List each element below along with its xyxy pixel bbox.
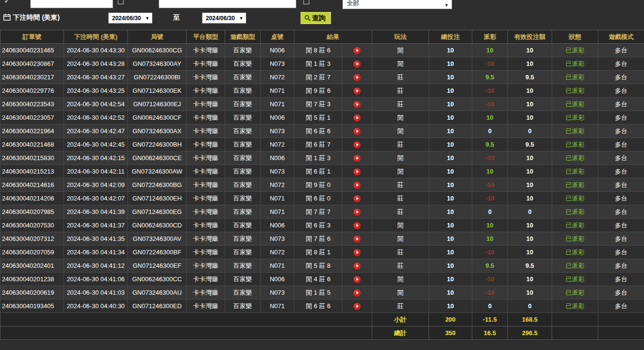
total-bet-cell: 10 [429, 138, 472, 151]
round-number-cell: GN071246300EJ [128, 98, 187, 111]
replay-play-icon[interactable] [354, 303, 361, 310]
table-number-cell: N072 [261, 138, 294, 151]
replay-play-icon[interactable] [354, 209, 361, 216]
bet-time-cell: 2024-06-30 04:42:54 [64, 98, 128, 111]
payout-cell: -10 [472, 151, 508, 165]
table-number-cell: N006 [261, 111, 294, 125]
platform-type-cell: 卡卡灣廳 [187, 219, 225, 232]
platform-type-cell: 卡卡灣廳 [187, 165, 225, 178]
payout-cell: 10 [472, 232, 508, 246]
replay-play-icon[interactable] [354, 74, 361, 81]
status-cell: 已派彩 [552, 286, 598, 300]
result-cell: 閒 6 莊 7 [294, 138, 342, 151]
table-row: 240630040193405 2024-06-30 04:40:30 GN07… [0, 300, 644, 313]
search-button-label: 查詢 [312, 14, 326, 23]
payout-cell: -10 [472, 286, 508, 300]
status-cell: 已派彩 [552, 151, 598, 165]
replay-play-icon[interactable] [354, 276, 361, 283]
replay-cell [342, 246, 372, 259]
filter-checkbox-2[interactable] [303, 0, 309, 4]
replay-play-icon[interactable] [354, 289, 361, 297]
game-mode-cell: 多台 [598, 273, 644, 286]
grand-total-mode-spacer [598, 326, 644, 340]
game-mode-cell: 多台 [598, 165, 644, 178]
replay-cell [342, 138, 372, 151]
replay-play-icon[interactable] [354, 155, 361, 162]
result-cell: 閒 7 莊 3 [294, 98, 342, 111]
replay-play-icon[interactable] [354, 114, 361, 122]
replay-play-icon[interactable] [354, 141, 361, 149]
replay-cell [342, 286, 372, 300]
replay-play-icon[interactable] [354, 47, 361, 54]
platform-type-cell: 卡卡灣廳 [187, 84, 225, 98]
status-cell: 已派彩 [552, 246, 598, 259]
total-bet-cell: 10 [429, 151, 472, 165]
game-mode-cell: 多台 [598, 44, 644, 57]
replay-play-icon[interactable] [354, 182, 361, 189]
filter-input-2[interactable] [159, 0, 296, 8]
table-number-cell: N073 [261, 57, 294, 71]
play-type-cell: 閒 [372, 273, 429, 286]
date-to-value: 2024/06/30 [206, 15, 235, 22]
replay-play-icon[interactable] [354, 128, 361, 135]
replay-play-icon[interactable] [354, 101, 361, 108]
replay-cell [342, 219, 372, 232]
total-bet-cell: 10 [429, 300, 472, 313]
total-bet-cell: 10 [429, 232, 472, 246]
valid-bet-cell: 10 [508, 219, 552, 232]
payout-cell: -10 [472, 57, 508, 71]
replay-play-icon[interactable] [354, 168, 361, 175]
replay-play-icon[interactable] [354, 249, 361, 256]
replay-play-icon[interactable] [354, 195, 361, 202]
replay-play-icon[interactable] [354, 88, 361, 95]
round-number-cell: GN071246300EH [128, 192, 187, 205]
filter-input-1[interactable] [30, 0, 113, 8]
total-bet-cell: 10 [429, 57, 472, 71]
valid-bet-cell: 10 [508, 111, 552, 125]
game-type-cell: 百家樂 [225, 57, 261, 71]
table-row: 240630040207985 2024-06-30 04:41:39 GN07… [0, 205, 644, 219]
table-number-cell: N073 [261, 286, 294, 300]
search-icon [304, 15, 311, 21]
subtotal-label: 小計 [372, 313, 429, 326]
game-mode-cell: 多台 [598, 98, 644, 111]
status-cell: 已派彩 [552, 232, 598, 246]
header-status: 狀態 [552, 30, 598, 44]
round-number-cell: GN073246300AX [128, 125, 187, 138]
filter-checkbox-1[interactable] [118, 0, 124, 4]
game-mode-cell: 多台 [598, 111, 644, 125]
table-row: 240630040221964 2024-06-30 04:42:47 GN07… [0, 125, 644, 138]
play-type-cell: 莊 [372, 300, 429, 313]
status-cell: 已派彩 [552, 84, 598, 98]
game-type-cell: 百家樂 [225, 84, 261, 98]
filter-dropdown[interactable]: 全部 ▼ [342, 0, 452, 9]
replay-play-icon[interactable] [354, 61, 361, 68]
replay-play-icon[interactable] [354, 236, 361, 243]
date-from-select[interactable]: 2024/06/30 ▼ [108, 12, 152, 24]
result-cell: 閒 6 莊 3 [294, 219, 342, 232]
result-cell: 閒 2 莊 7 [294, 71, 342, 84]
total-bet-cell: 10 [429, 165, 472, 178]
play-type-cell: 莊 [372, 205, 429, 219]
valid-bet-cell: 10 [508, 84, 552, 98]
search-button[interactable]: 查詢 [301, 12, 331, 24]
replay-cell [342, 151, 372, 165]
status-cell: 已派彩 [552, 111, 598, 125]
header-total-bet: 總投注 [429, 30, 472, 44]
order-number-cell: 240630040221468 [0, 138, 64, 151]
replay-play-icon[interactable] [354, 262, 361, 270]
bet-time-cell: 2024-06-30 04:41:34 [64, 246, 128, 259]
game-type-cell: 百家樂 [225, 246, 261, 259]
bet-time-cell: 2024-06-30 04:43:27 [64, 71, 128, 84]
replay-play-icon[interactable] [354, 222, 361, 229]
valid-bet-cell: 10 [508, 273, 552, 286]
round-number-cell: GN072246300BI [128, 71, 187, 84]
valid-bet-cell: 9.5 [508, 138, 552, 151]
play-type-cell: 閒 [372, 125, 429, 138]
status-cell: 已派彩 [552, 178, 598, 192]
round-number-cell: GN006246300CD [128, 219, 187, 232]
status-cell: 已派彩 [552, 98, 598, 111]
date-to-select[interactable]: 2024/06/30 ▼ [202, 12, 246, 24]
game-type-cell: 百家樂 [225, 273, 261, 286]
total-bet-cell: 10 [429, 286, 472, 300]
